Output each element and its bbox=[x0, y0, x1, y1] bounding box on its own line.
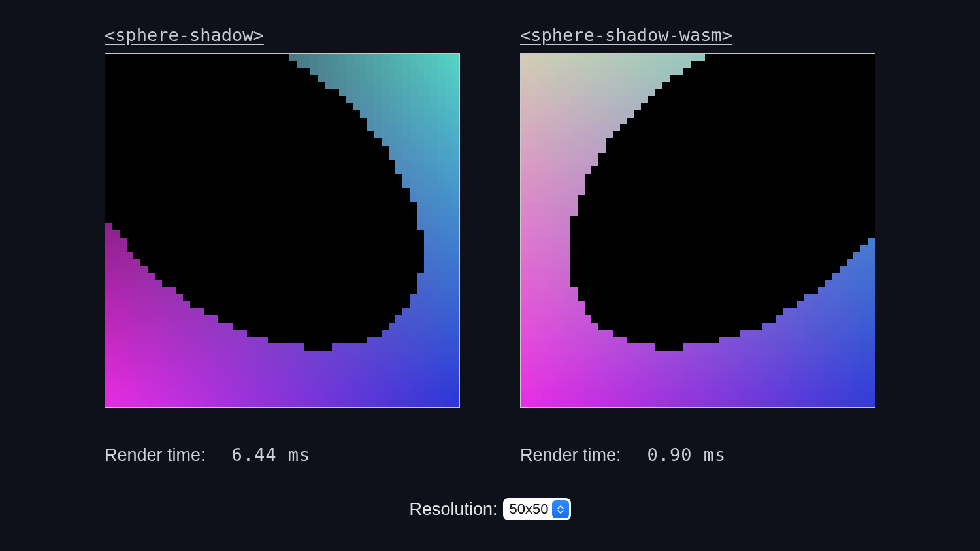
render-canvas-wasm bbox=[521, 54, 875, 407]
title-link-js[interactable]: <sphere-shadow> bbox=[105, 25, 460, 45]
render-time-value-js: 6.44 ms bbox=[232, 445, 311, 465]
render-time-row-js: Render time: 6.44 ms bbox=[105, 445, 460, 465]
panel-js: <sphere-shadow> Render time: 6.44 ms bbox=[105, 25, 460, 465]
select-stepper-icon bbox=[552, 500, 569, 518]
resolution-control: Resolution: 50x50 bbox=[409, 498, 570, 520]
resolution-select[interactable]: 50x50 bbox=[503, 498, 571, 520]
render-time-row-wasm: Render time: 0.90 ms bbox=[520, 445, 875, 465]
render-time-label-js: Render time: bbox=[105, 445, 206, 465]
resolution-label: Resolution: bbox=[409, 499, 497, 520]
render-canvas-wasm-wrap bbox=[520, 53, 875, 408]
render-time-label-wasm: Render time: bbox=[520, 445, 621, 465]
title-link-wasm[interactable]: <sphere-shadow-wasm> bbox=[520, 25, 875, 45]
render-canvas-js-wrap bbox=[105, 53, 460, 408]
render-canvas-js bbox=[105, 54, 459, 407]
render-time-value-wasm: 0.90 ms bbox=[647, 445, 727, 465]
panel-wasm: <sphere-shadow-wasm> Render time: 0.90 m… bbox=[520, 25, 875, 465]
